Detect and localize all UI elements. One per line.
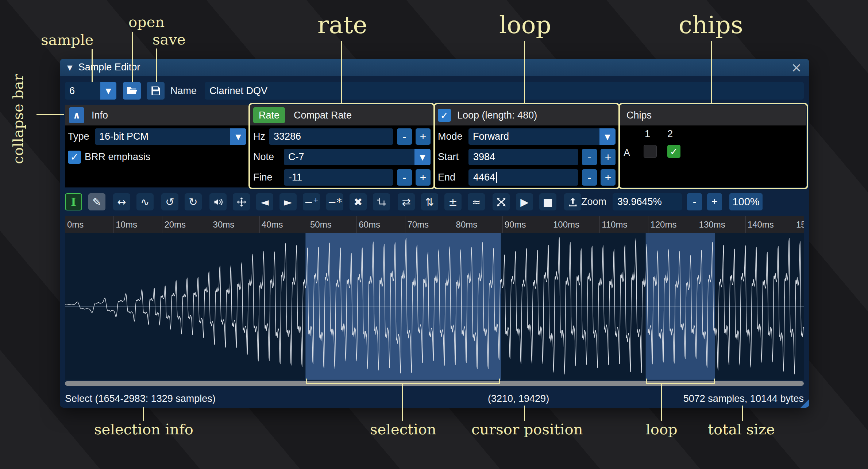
sign-flip-button[interactable]: ±: [444, 193, 462, 210]
fade-in-button[interactable]: ◄: [256, 193, 273, 210]
resample-button[interactable]: ∿: [136, 193, 154, 210]
hz-input[interactable]: 33286: [269, 128, 393, 145]
titlebar[interactable]: ▼ Sample Editor ×: [60, 59, 809, 76]
ruler-tick: [454, 216, 454, 233]
ruler-label: 80ms: [456, 220, 478, 230]
rate-mode-button[interactable]: Rate: [253, 107, 285, 123]
loop-enable-checkbox[interactable]: ✓: [438, 109, 451, 122]
hz-decrement-button[interactable]: -: [397, 128, 412, 145]
annotation-total-size: total size: [708, 421, 775, 438]
zoom-reset-button[interactable]: 100%: [729, 193, 763, 210]
select-tool-button[interactable]: I: [65, 193, 82, 210]
loop-mode-dropdown[interactable]: Forward ▼: [468, 128, 616, 145]
play-button[interactable]: ▶: [516, 193, 533, 210]
hz-label: Hz: [253, 131, 265, 142]
note-label: Note: [253, 151, 280, 163]
sample-toolbar: I ✎ ↔ ∿ ↺ ↻ ◄ ► −⁺ −* ✖ ⇄ ⇅ ± ≈: [65, 193, 804, 210]
zoom-out-button[interactable]: -: [687, 193, 702, 210]
brr-emphasis-checkbox[interactable]: ✓: [68, 151, 81, 164]
fine-input[interactable]: -11: [284, 169, 393, 186]
reverse-button[interactable]: ⇄: [398, 193, 415, 210]
speaker-icon: [213, 197, 223, 207]
chevron-down-icon[interactable]: ▼: [230, 128, 246, 145]
redo-button[interactable]: ↻: [185, 193, 202, 210]
trim-button[interactable]: [373, 193, 390, 210]
annotation-rate: rate: [317, 11, 367, 39]
loop-end-increment-button[interactable]: +: [601, 169, 616, 186]
import-button[interactable]: [564, 193, 581, 210]
stop-button[interactable]: ■: [539, 193, 556, 210]
waveform-scrollbar[interactable]: [65, 381, 804, 386]
info-panel-header: ∧ Info: [65, 105, 249, 125]
close-icon[interactable]: ×: [791, 61, 802, 74]
open-button[interactable]: [123, 82, 141, 100]
loop-mode-value: Forward: [468, 128, 599, 145]
fine-label: Fine: [253, 172, 280, 183]
zoom-in-button[interactable]: +: [707, 193, 722, 210]
save-button[interactable]: [147, 82, 165, 100]
apply-silence-button[interactable]: −*: [326, 193, 343, 210]
loop-end-input[interactable]: 4464: [468, 169, 578, 186]
name-input[interactable]: Clarinet DQV: [205, 82, 804, 100]
sample-selector[interactable]: 6 ▼: [65, 82, 116, 100]
zoom-input[interactable]: 39.9645%: [613, 193, 682, 210]
timeline-ruler[interactable]: 0ms10ms20ms30ms40ms50ms60ms70ms80ms90ms1…: [65, 216, 804, 233]
chip-2-checkbox[interactable]: ✓: [667, 145, 680, 158]
annotation-loop: loop: [499, 11, 551, 39]
draw-tool-button[interactable]: ✎: [88, 193, 105, 210]
loop-start-decrement-button[interactable]: -: [582, 149, 597, 165]
normalize-button[interactable]: [233, 193, 250, 210]
header-row: 6 ▼ Name Clarinet DQV: [65, 82, 804, 100]
annotation-line-selection-info: [143, 407, 144, 421]
loop-end-decrement-button[interactable]: -: [582, 169, 597, 186]
chip-column-1: 1: [645, 128, 650, 140]
chip-column-2: 2: [667, 128, 673, 140]
loop-end-value: 4464: [473, 172, 495, 183]
fine-decrement-button[interactable]: -: [397, 169, 412, 186]
window-resize-grip[interactable]: [801, 399, 809, 408]
annotation-selection-info: selection info: [94, 421, 193, 438]
chevron-down-icon[interactable]: ▼: [599, 128, 616, 145]
amplify-button[interactable]: [209, 193, 227, 210]
filter-button[interactable]: ≈: [468, 193, 485, 210]
waveform-canvas[interactable]: [65, 233, 804, 380]
ruler-label: 10ms: [116, 220, 137, 230]
chips-panel-title: Chips: [626, 110, 652, 121]
delete-button[interactable]: ✖: [350, 193, 367, 210]
info-panel-title: Info: [92, 110, 108, 121]
annotation-save: save: [153, 31, 186, 48]
ruler-label: 120ms: [650, 220, 676, 230]
ruler-label: 140ms: [748, 220, 774, 230]
ruler-label: 60ms: [359, 220, 380, 230]
fade-out-button[interactable]: ►: [279, 193, 297, 210]
total-size-text: 5072 samples, 10144 bytes: [683, 393, 804, 404]
loop-start-input[interactable]: 3984: [468, 149, 578, 165]
hz-increment-button[interactable]: +: [416, 128, 431, 145]
ruler-tick: [551, 216, 551, 233]
insert-silence-button[interactable]: −⁺: [303, 193, 320, 210]
ruler-label: 90ms: [505, 220, 526, 230]
chevron-down-icon[interactable]: ▼: [100, 82, 116, 100]
chip-1-checkbox[interactable]: [644, 145, 657, 158]
window-collapse-icon[interactable]: ▼: [67, 63, 73, 71]
loop-start-increment-button[interactable]: +: [601, 149, 616, 165]
preview-crossfade-button[interactable]: [493, 193, 510, 210]
chevron-down-icon[interactable]: ▼: [414, 149, 431, 165]
window-title: Sample Editor: [78, 62, 140, 73]
undo-button[interactable]: ↺: [161, 193, 178, 210]
annotation-collapse-bar: collapse bar: [9, 69, 26, 164]
type-dropdown[interactable]: 16-bit PCM ▼: [95, 128, 246, 145]
ruler-tick: [745, 216, 746, 233]
invert-button[interactable]: ⇅: [421, 193, 438, 210]
fine-increment-button[interactable]: +: [416, 169, 431, 186]
ruler-label: 70ms: [407, 220, 429, 230]
resize-button[interactable]: ↔: [113, 193, 130, 210]
collapse-bar-button[interactable]: ∧: [69, 107, 84, 123]
loop-panel: ✓ Loop (length: 480) Mode Forward ▼ Star…: [435, 105, 618, 187]
note-dropdown[interactable]: C-7 ▼: [284, 149, 431, 165]
rate-panel-header: Rate Compat Rate: [250, 105, 433, 125]
chips-grid: 1 2 A ✓: [620, 125, 806, 187]
ruler-label: 20ms: [164, 220, 186, 230]
crossed-arrows-icon: [496, 197, 506, 207]
rate-panel-title: Compat Rate: [294, 110, 352, 121]
